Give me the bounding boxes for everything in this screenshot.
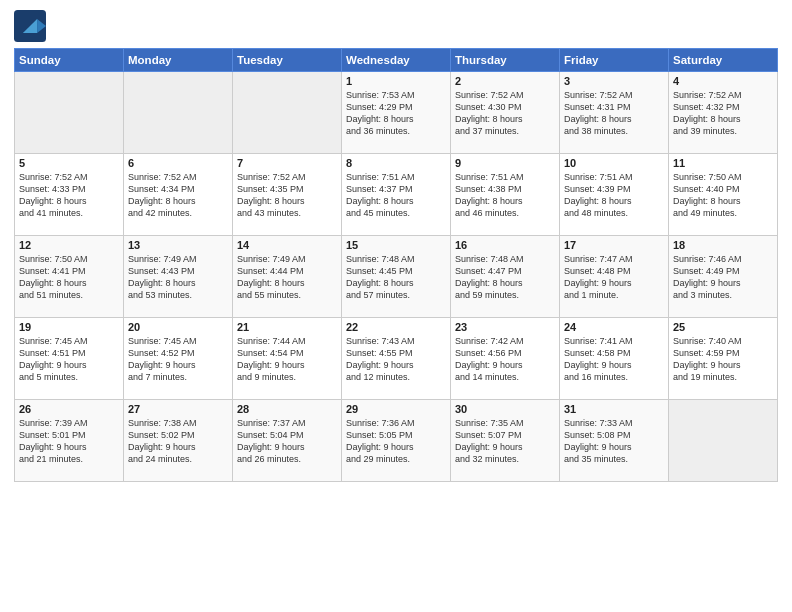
header-row: SundayMondayTuesdayWednesdayThursdayFrid… [15, 49, 778, 72]
day-number: 4 [673, 75, 773, 87]
day-info: Sunrise: 7:52 AM Sunset: 4:35 PM Dayligh… [237, 171, 337, 220]
day-number: 7 [237, 157, 337, 169]
day-info: Sunrise: 7:48 AM Sunset: 4:45 PM Dayligh… [346, 253, 446, 302]
col-header-monday: Monday [124, 49, 233, 72]
day-info: Sunrise: 7:44 AM Sunset: 4:54 PM Dayligh… [237, 335, 337, 384]
day-number: 31 [564, 403, 664, 415]
day-info: Sunrise: 7:51 AM Sunset: 4:38 PM Dayligh… [455, 171, 555, 220]
week-row-2: 5Sunrise: 7:52 AM Sunset: 4:33 PM Daylig… [15, 154, 778, 236]
day-cell: 30Sunrise: 7:35 AM Sunset: 5:07 PM Dayli… [451, 400, 560, 482]
day-number: 11 [673, 157, 773, 169]
day-number: 27 [128, 403, 228, 415]
week-row-4: 19Sunrise: 7:45 AM Sunset: 4:51 PM Dayli… [15, 318, 778, 400]
day-number: 5 [19, 157, 119, 169]
col-header-friday: Friday [560, 49, 669, 72]
day-info: Sunrise: 7:52 AM Sunset: 4:30 PM Dayligh… [455, 89, 555, 138]
day-cell: 16Sunrise: 7:48 AM Sunset: 4:47 PM Dayli… [451, 236, 560, 318]
day-number: 25 [673, 321, 773, 333]
day-cell: 29Sunrise: 7:36 AM Sunset: 5:05 PM Dayli… [342, 400, 451, 482]
day-cell: 2Sunrise: 7:52 AM Sunset: 4:30 PM Daylig… [451, 72, 560, 154]
day-cell: 9Sunrise: 7:51 AM Sunset: 4:38 PM Daylig… [451, 154, 560, 236]
day-cell [15, 72, 124, 154]
day-number: 23 [455, 321, 555, 333]
col-header-wednesday: Wednesday [342, 49, 451, 72]
day-number: 22 [346, 321, 446, 333]
day-info: Sunrise: 7:38 AM Sunset: 5:02 PM Dayligh… [128, 417, 228, 466]
day-cell: 1Sunrise: 7:53 AM Sunset: 4:29 PM Daylig… [342, 72, 451, 154]
day-number: 8 [346, 157, 446, 169]
day-info: Sunrise: 7:51 AM Sunset: 4:39 PM Dayligh… [564, 171, 664, 220]
day-info: Sunrise: 7:43 AM Sunset: 4:55 PM Dayligh… [346, 335, 446, 384]
day-info: Sunrise: 7:51 AM Sunset: 4:37 PM Dayligh… [346, 171, 446, 220]
day-info: Sunrise: 7:50 AM Sunset: 4:40 PM Dayligh… [673, 171, 773, 220]
day-number: 21 [237, 321, 337, 333]
day-info: Sunrise: 7:52 AM Sunset: 4:32 PM Dayligh… [673, 89, 773, 138]
week-row-5: 26Sunrise: 7:39 AM Sunset: 5:01 PM Dayli… [15, 400, 778, 482]
logo [14, 10, 50, 42]
col-header-saturday: Saturday [669, 49, 778, 72]
day-number: 15 [346, 239, 446, 251]
day-info: Sunrise: 7:46 AM Sunset: 4:49 PM Dayligh… [673, 253, 773, 302]
day-cell: 23Sunrise: 7:42 AM Sunset: 4:56 PM Dayli… [451, 318, 560, 400]
calendar-table: SundayMondayTuesdayWednesdayThursdayFrid… [14, 48, 778, 482]
col-header-sunday: Sunday [15, 49, 124, 72]
day-cell: 18Sunrise: 7:46 AM Sunset: 4:49 PM Dayli… [669, 236, 778, 318]
day-info: Sunrise: 7:35 AM Sunset: 5:07 PM Dayligh… [455, 417, 555, 466]
day-cell: 19Sunrise: 7:45 AM Sunset: 4:51 PM Dayli… [15, 318, 124, 400]
day-info: Sunrise: 7:52 AM Sunset: 4:34 PM Dayligh… [128, 171, 228, 220]
day-info: Sunrise: 7:42 AM Sunset: 4:56 PM Dayligh… [455, 335, 555, 384]
day-number: 29 [346, 403, 446, 415]
day-info: Sunrise: 7:49 AM Sunset: 4:43 PM Dayligh… [128, 253, 228, 302]
day-info: Sunrise: 7:45 AM Sunset: 4:52 PM Dayligh… [128, 335, 228, 384]
day-cell [233, 72, 342, 154]
day-info: Sunrise: 7:33 AM Sunset: 5:08 PM Dayligh… [564, 417, 664, 466]
day-number: 28 [237, 403, 337, 415]
day-cell: 3Sunrise: 7:52 AM Sunset: 4:31 PM Daylig… [560, 72, 669, 154]
day-info: Sunrise: 7:40 AM Sunset: 4:59 PM Dayligh… [673, 335, 773, 384]
header [14, 10, 778, 42]
day-info: Sunrise: 7:47 AM Sunset: 4:48 PM Dayligh… [564, 253, 664, 302]
day-number: 3 [564, 75, 664, 87]
day-cell: 13Sunrise: 7:49 AM Sunset: 4:43 PM Dayli… [124, 236, 233, 318]
col-header-tuesday: Tuesday [233, 49, 342, 72]
day-number: 13 [128, 239, 228, 251]
day-number: 6 [128, 157, 228, 169]
day-number: 20 [128, 321, 228, 333]
day-number: 2 [455, 75, 555, 87]
day-cell [669, 400, 778, 482]
day-cell: 28Sunrise: 7:37 AM Sunset: 5:04 PM Dayli… [233, 400, 342, 482]
day-number: 18 [673, 239, 773, 251]
day-cell: 6Sunrise: 7:52 AM Sunset: 4:34 PM Daylig… [124, 154, 233, 236]
logo-icon [14, 10, 46, 42]
page: SundayMondayTuesdayWednesdayThursdayFrid… [0, 0, 792, 612]
day-info: Sunrise: 7:39 AM Sunset: 5:01 PM Dayligh… [19, 417, 119, 466]
day-info: Sunrise: 7:36 AM Sunset: 5:05 PM Dayligh… [346, 417, 446, 466]
day-info: Sunrise: 7:48 AM Sunset: 4:47 PM Dayligh… [455, 253, 555, 302]
day-cell: 27Sunrise: 7:38 AM Sunset: 5:02 PM Dayli… [124, 400, 233, 482]
day-cell: 31Sunrise: 7:33 AM Sunset: 5:08 PM Dayli… [560, 400, 669, 482]
day-info: Sunrise: 7:53 AM Sunset: 4:29 PM Dayligh… [346, 89, 446, 138]
day-cell: 26Sunrise: 7:39 AM Sunset: 5:01 PM Dayli… [15, 400, 124, 482]
day-cell [124, 72, 233, 154]
day-cell: 7Sunrise: 7:52 AM Sunset: 4:35 PM Daylig… [233, 154, 342, 236]
day-cell: 15Sunrise: 7:48 AM Sunset: 4:45 PM Dayli… [342, 236, 451, 318]
day-number: 14 [237, 239, 337, 251]
day-number: 12 [19, 239, 119, 251]
day-info: Sunrise: 7:50 AM Sunset: 4:41 PM Dayligh… [19, 253, 119, 302]
day-cell: 20Sunrise: 7:45 AM Sunset: 4:52 PM Dayli… [124, 318, 233, 400]
day-number: 26 [19, 403, 119, 415]
day-info: Sunrise: 7:49 AM Sunset: 4:44 PM Dayligh… [237, 253, 337, 302]
day-cell: 12Sunrise: 7:50 AM Sunset: 4:41 PM Dayli… [15, 236, 124, 318]
day-info: Sunrise: 7:37 AM Sunset: 5:04 PM Dayligh… [237, 417, 337, 466]
day-number: 17 [564, 239, 664, 251]
day-number: 24 [564, 321, 664, 333]
day-cell: 5Sunrise: 7:52 AM Sunset: 4:33 PM Daylig… [15, 154, 124, 236]
day-cell: 21Sunrise: 7:44 AM Sunset: 4:54 PM Dayli… [233, 318, 342, 400]
day-cell: 11Sunrise: 7:50 AM Sunset: 4:40 PM Dayli… [669, 154, 778, 236]
day-info: Sunrise: 7:45 AM Sunset: 4:51 PM Dayligh… [19, 335, 119, 384]
day-cell: 8Sunrise: 7:51 AM Sunset: 4:37 PM Daylig… [342, 154, 451, 236]
week-row-1: 1Sunrise: 7:53 AM Sunset: 4:29 PM Daylig… [15, 72, 778, 154]
day-cell: 22Sunrise: 7:43 AM Sunset: 4:55 PM Dayli… [342, 318, 451, 400]
day-info: Sunrise: 7:52 AM Sunset: 4:33 PM Dayligh… [19, 171, 119, 220]
day-cell: 24Sunrise: 7:41 AM Sunset: 4:58 PM Dayli… [560, 318, 669, 400]
